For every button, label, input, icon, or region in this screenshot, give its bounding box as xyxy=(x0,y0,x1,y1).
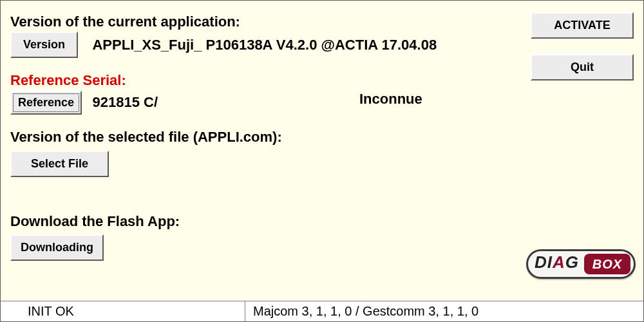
status-left: INIT OK xyxy=(1,301,245,321)
downloading-button[interactable]: Downloading xyxy=(10,234,104,261)
app-window: ACTIVATE Quit Version of the current app… xyxy=(0,0,644,322)
reference-status: Inconnue xyxy=(359,91,422,108)
download-label: Download the Flash App: xyxy=(10,213,634,230)
section-selected-file: Version of the selected file (APPLI.com)… xyxy=(10,129,634,177)
quit-button[interactable]: Quit xyxy=(531,54,634,80)
logo-text-box: BOX xyxy=(584,254,630,274)
reference-value: 921815 C/ xyxy=(93,94,158,111)
logo-text-diag: DIAG xyxy=(535,252,579,272)
activate-button[interactable]: ACTIVATE xyxy=(531,12,634,39)
reference-button[interactable]: Reference xyxy=(10,91,82,115)
status-right: Majcom 3, 1, 1, 0 / Gestcomm 3, 1, 1, 0 xyxy=(245,301,643,321)
selected-file-label: Version of the selected file (APPLI.com)… xyxy=(10,129,634,146)
select-file-button[interactable]: Select File xyxy=(10,151,109,177)
diagbox-logo: DIAG BOX xyxy=(526,249,636,279)
version-button[interactable]: Version xyxy=(10,32,78,58)
status-bar: INIT OK Majcom 3, 1, 1, 0 / Gestcomm 3, … xyxy=(1,301,643,321)
content-area: ACTIVATE Quit Version of the current app… xyxy=(1,1,643,301)
current-version-value: APPLI_XS_Fuji_ P106138A V4.2.0 @ACTIA 17… xyxy=(92,37,437,53)
right-button-column: ACTIVATE Quit xyxy=(531,12,634,80)
